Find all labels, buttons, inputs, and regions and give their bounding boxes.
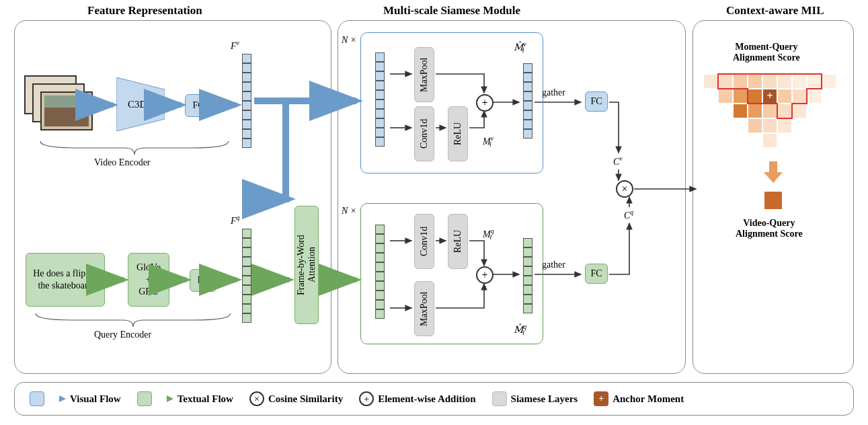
- conv1d-top: Conv1d: [414, 106, 434, 161]
- siamese-blue-input: [375, 52, 385, 147]
- mhat-v-label: M̂vl: [514, 40, 524, 54]
- legend-panel: Visual Flow Textual Flow × Cosine Simila…: [14, 382, 854, 416]
- legend-textual-flow: Textual Flow: [137, 391, 233, 406]
- siamese-green-output: [523, 238, 532, 313]
- siamese-green-input: [375, 225, 385, 319]
- m-v-label: Mvl: [483, 134, 491, 148]
- maxpool-top: MaxPool: [414, 47, 434, 102]
- maxpool-bottom: MaxPool: [414, 281, 434, 336]
- gather-bottom: gather: [542, 260, 565, 270]
- n-label-top: N ×: [342, 35, 356, 46]
- video-query-cell: [764, 191, 783, 210]
- fc-bottom: FC: [585, 264, 608, 284]
- video-query-label: Video-Query Alignment Score: [736, 218, 803, 239]
- legend-elementwise: + Element-wise Addition: [359, 391, 475, 406]
- plus-op-top: +: [476, 94, 494, 112]
- red-context-outline: [703, 74, 851, 168]
- relu-top: ReLU: [448, 106, 468, 161]
- legend-cosine: × Cosine Similarity: [249, 391, 343, 406]
- legend-visual-flow: Visual Flow: [30, 391, 121, 406]
- legend-anchor: + Anchor Moment: [594, 391, 684, 406]
- fc-top: FC: [585, 91, 608, 112]
- down-arrow-icon: [764, 161, 783, 184]
- cv-label: Cv: [613, 155, 623, 167]
- moment-query-label: Moment-Query Alignment Score: [733, 42, 800, 63]
- svg-marker-1: [718, 74, 822, 118]
- siamese-blue-output: [523, 63, 532, 139]
- n-label-bottom: N ×: [342, 206, 356, 217]
- gather-top: gather: [542, 87, 565, 98]
- plus-op-bottom: +: [476, 266, 494, 284]
- m-q-label: Mql: [483, 227, 491, 241]
- conv1d-bottom: Conv1d: [414, 214, 434, 269]
- mhat-q-label: M̂ql: [514, 323, 524, 336]
- cosine-op: ×: [616, 180, 633, 198]
- legend-siamese-layers: Siamese Layers: [492, 391, 578, 406]
- cq-label: Cq: [624, 208, 633, 221]
- relu-bottom: ReLU: [448, 214, 468, 269]
